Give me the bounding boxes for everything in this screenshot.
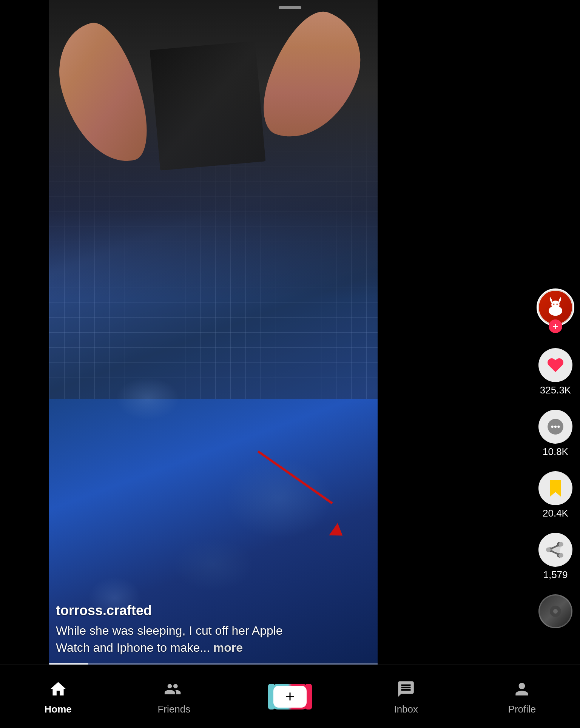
profile-label: Profile	[508, 703, 536, 715]
inbox-icon	[395, 678, 417, 700]
svg-point-2	[553, 304, 555, 305]
plus-button[interactable]: +	[271, 684, 309, 709]
plus-inner: +	[273, 686, 307, 708]
home-icon	[47, 678, 69, 700]
nav-profile[interactable]: Profile	[464, 665, 580, 728]
heart-icon	[546, 356, 565, 374]
music-disc	[538, 594, 572, 628]
video-text-overlay: torross.crafted While she was sleeping, …	[56, 603, 313, 656]
friends-icon	[163, 678, 185, 700]
svg-point-1	[551, 301, 560, 309]
profile-icon-svg	[512, 680, 531, 699]
left-black-bar	[0, 0, 49, 728]
like-action[interactable]: 325.3K	[538, 348, 572, 396]
svg-point-3	[556, 304, 558, 305]
music-disc-action[interactable]	[538, 594, 572, 628]
share-icon-container[interactable]	[538, 533, 572, 567]
svg-point-8	[558, 542, 563, 547]
comment-action[interactable]: 10.8K	[538, 410, 572, 458]
torross-logo-svg	[544, 296, 567, 319]
music-disc-center	[553, 609, 558, 614]
home-label: Home	[44, 703, 71, 715]
video-description: While she was sleeping, I cut off her Ap…	[56, 622, 313, 656]
follow-button[interactable]: +	[549, 319, 562, 333]
svg-point-10	[546, 548, 551, 552]
comment-icon	[546, 417, 565, 436]
home-icon-svg	[49, 680, 68, 699]
creator-logo	[542, 294, 569, 321]
like-count: 325.3K	[540, 384, 571, 396]
avatar-inner	[539, 291, 572, 324]
nav-home[interactable]: Home	[0, 665, 116, 728]
top-pill-indicator	[279, 6, 301, 9]
more-link[interactable]: more	[213, 641, 243, 654]
right-action-sidebar: + 325.3K 10.8K	[531, 0, 580, 665]
bookmark-icon-container[interactable]	[538, 471, 572, 505]
bookmark-count: 20.4K	[543, 507, 568, 519]
nav-friends[interactable]: Friends	[116, 665, 232, 728]
texture-overlay	[49, 0, 378, 665]
avatar-section[interactable]: +	[537, 288, 574, 333]
nav-inbox[interactable]: Inbox	[348, 665, 464, 728]
share-count: 1,579	[543, 569, 568, 581]
like-icon-container[interactable]	[538, 348, 572, 382]
inbox-icon-svg	[396, 680, 415, 699]
music-disc-inner	[550, 606, 561, 617]
plus-symbol: +	[285, 689, 295, 705]
share-action[interactable]: 1,579	[538, 533, 572, 581]
bookmark-icon	[546, 478, 565, 498]
svg-point-9	[558, 553, 563, 558]
comment-count: 10.8K	[543, 446, 568, 458]
creator-username[interactable]: torross.crafted	[56, 603, 313, 618]
inbox-label: Inbox	[394, 703, 418, 715]
bookmark-action[interactable]: 20.4K	[538, 471, 572, 519]
svg-point-5	[551, 426, 554, 428]
bottom-navigation: Home Friends + Inbox Profile	[0, 665, 580, 728]
nav-plus[interactable]: +	[232, 665, 348, 728]
friends-label: Friends	[157, 703, 190, 715]
share-icon	[546, 540, 565, 559]
svg-point-6	[554, 426, 557, 428]
profile-icon	[511, 678, 533, 700]
svg-point-7	[557, 426, 560, 428]
comment-icon-container[interactable]	[538, 410, 572, 444]
friends-icon-svg	[164, 680, 184, 699]
video-frame[interactable]	[49, 0, 378, 665]
video-container: torross.crafted While she was sleeping, …	[0, 0, 580, 728]
